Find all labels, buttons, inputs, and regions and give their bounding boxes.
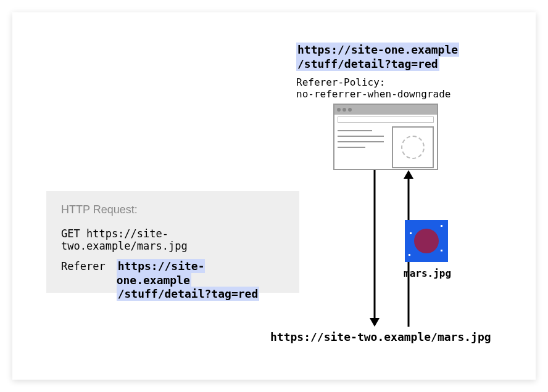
referer-header-key: Referer xyxy=(61,259,106,272)
http-request-label: HTTP Request: xyxy=(61,203,287,216)
site-one-url: https://site-one.example /stuff/detail?t… xyxy=(296,43,469,71)
mars-planet-icon xyxy=(414,229,439,253)
diagram-canvas: https://site-one.example /stuff/detail?t… xyxy=(12,12,536,380)
site-two-url: https://site-two.example/mars.jpg xyxy=(270,330,491,343)
browser-titlebar xyxy=(334,105,437,115)
browser-window-icon xyxy=(333,104,438,170)
http-request-panel: HTTP Request: GET https://site-two.examp… xyxy=(46,191,299,293)
http-get-line: GET https://site-two.example/mars.jpg xyxy=(61,227,287,252)
titlebar-dot xyxy=(348,108,352,112)
titlebar-dot xyxy=(342,108,346,112)
url-text-line1: https://site-one.example xyxy=(296,43,459,57)
page-text-lines xyxy=(338,126,388,165)
referer-policy-label: Referer-Policy: no-referrer-when-downgra… xyxy=(296,76,450,100)
svg-marker-1 xyxy=(370,318,380,327)
image-placeholder-icon xyxy=(392,126,434,168)
mars-image-icon xyxy=(405,220,448,262)
referer-header-value: https://site-one.example /stuff/detail?t… xyxy=(117,259,274,301)
mars-image-caption: mars.jpg xyxy=(404,267,451,279)
http-referer-line: Referer https://site-one.example /stuff/… xyxy=(61,259,287,301)
svg-marker-3 xyxy=(404,170,413,179)
browser-body xyxy=(334,123,437,168)
url-text-line2: /stuff/detail?tag=red xyxy=(296,57,439,71)
titlebar-dot xyxy=(337,108,341,112)
browser-address-bar xyxy=(338,116,434,123)
dashed-circle-icon xyxy=(401,136,425,159)
